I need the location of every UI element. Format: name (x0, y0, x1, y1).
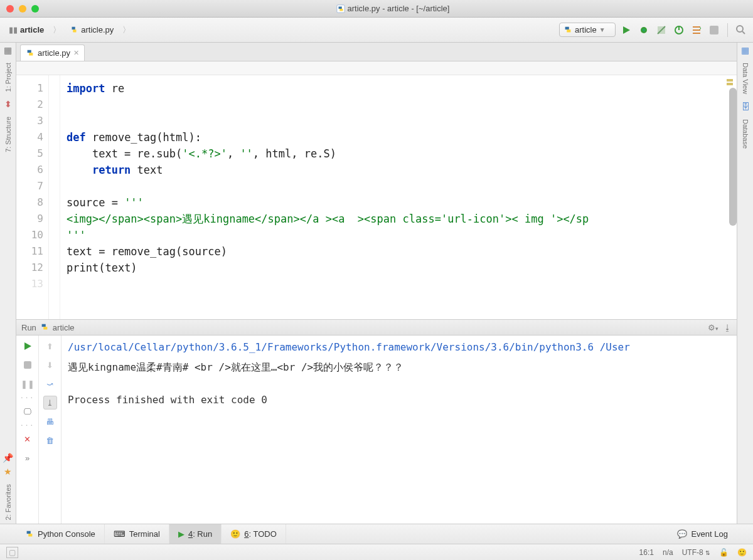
coverage-button[interactable] (654, 23, 668, 37)
left-tool-strip: ▦ 1: Project ⬍ 7: Structure 📌 ★ 2: Favor… (0, 43, 16, 524)
scroll-end-button[interactable]: ⤓ (43, 396, 57, 409)
folder-icon: ▮▮ (9, 25, 18, 34)
structure-icon: ⬍ (4, 99, 12, 109)
run-tab[interactable]: ▶ 4: Run (169, 524, 222, 544)
console-line: 遇见kingname温柔#青南# <br />就在这里…<br />我的小侯爷呢… (68, 359, 730, 376)
profile-button[interactable] (672, 23, 686, 37)
python-icon (25, 530, 34, 539)
python-file-icon (336, 4, 345, 13)
toolbar: ▮▮ article article.py article ▼ (0, 18, 753, 43)
stop-run-button[interactable] (21, 358, 35, 372)
run-config-label: article (575, 25, 597, 34)
table-icon: ▦ (741, 45, 749, 55)
settings-icon[interactable]: ⚙︎▾ (708, 323, 718, 332)
right-tool-strip: ▦ Data View 🗄 Database (737, 43, 753, 524)
favorites-tool-button[interactable]: 2: Favorites (3, 480, 13, 524)
console-output[interactable]: /usr/local/Cellar/python/3.6.5_1/Framewo… (61, 335, 737, 524)
play-icon: ▶ (178, 529, 184, 539)
breadcrumb-item-file[interactable]: article.py (66, 24, 117, 36)
titlebar: article.py - article - [~/article] (0, 0, 753, 18)
run-config-selector[interactable]: article ▼ (559, 23, 616, 37)
breadcrumb-separator (121, 24, 132, 36)
up-stack-button[interactable]: ⬆ (43, 339, 57, 353)
maximize-window-button[interactable] (31, 5, 39, 13)
todo-tab[interactable]: 🙂 6: TODO (222, 524, 286, 544)
run-panel-config-name: article (53, 323, 75, 332)
database-icon: 🗄 (741, 102, 750, 112)
close-window-button[interactable] (6, 5, 14, 13)
python-file-icon (70, 26, 78, 34)
python-console-tab[interactable]: Python Console (16, 524, 105, 544)
print-button[interactable]: 🖶 (43, 415, 57, 428)
more-button[interactable]: » (21, 451, 35, 465)
pause-button[interactable]: ❚❚ (21, 377, 35, 391)
debug-button[interactable] (637, 23, 651, 37)
editor-tab-article[interactable]: article.py ✕ (20, 45, 85, 61)
line-separator[interactable]: n/a (663, 548, 673, 557)
run-left-toolbar2: ⬆ ⬇ ⤻ ⤓ 🖶 🗑 (39, 335, 61, 524)
exit-button[interactable]: ✕ (21, 432, 35, 446)
line-gutter: 12345678910111213 (16, 75, 49, 319)
tool-windows-button[interactable]: ▢ (6, 547, 18, 558)
console-line: /usr/local/Cellar/python/3.6.5_1/Framewo… (68, 339, 730, 356)
code-editor[interactable]: 12345678910111213 import re def remove_t… (16, 75, 737, 319)
run-button[interactable] (619, 23, 633, 37)
dump-threads-button[interactable]: 🖵 (21, 404, 35, 418)
caret-position[interactable]: 16:1 (639, 548, 654, 557)
bottom-tool-tabs: Python Console ⌨︎ Terminal ▶ 4: Run 🙂 6:… (0, 524, 753, 544)
down-stack-button[interactable]: ⬇ (43, 358, 57, 372)
stop-button[interactable] (707, 23, 721, 37)
concurrency-button[interactable] (690, 23, 703, 37)
status-bar: ▢ 16:1 n/a UTF-8 ⇅ 🔓 🙂 (0, 544, 753, 560)
database-tool-button[interactable]: Database (740, 115, 750, 152)
project-tool-button[interactable]: 1: Project (3, 59, 13, 95)
editor-scrollbar[interactable] (729, 88, 737, 226)
file-encoding[interactable]: UTF-8 ⇅ (682, 548, 710, 557)
editor-tab-label: article.py (38, 48, 70, 58)
data-view-tool-button[interactable]: Data View (740, 59, 750, 98)
run-panel-title: Run (21, 323, 36, 332)
terminal-icon: ⌨︎ (114, 529, 125, 539)
search-everywhere-button[interactable] (734, 23, 748, 37)
python-file-icon (26, 49, 35, 58)
svg-point-5 (737, 26, 743, 32)
project-icon: ▦ (4, 45, 12, 55)
clear-button[interactable]: 🗑 (43, 433, 57, 447)
breadcrumb-item-folder[interactable]: ▮▮ article (5, 24, 48, 36)
console-line: Process finished with exit code 0 (68, 392, 730, 408)
rerun-button[interactable] (21, 339, 35, 353)
python-icon (40, 323, 49, 332)
window-title: article.py - article - [~/article] (348, 4, 450, 13)
run-panel-header: Run article ⚙︎▾ ⭳ (16, 319, 737, 335)
python-icon (563, 26, 572, 34)
breadcrumb-separator (51, 24, 62, 36)
todo-icon: 🙂 (230, 529, 240, 539)
readonly-lock-icon[interactable]: 🔓 (719, 548, 729, 557)
close-tab-icon[interactable]: ✕ (73, 49, 79, 57)
chevron-down-icon: ▼ (599, 26, 606, 33)
pin-icon: 📌 (3, 453, 13, 463)
soft-wrap-button[interactable]: ⤻ (43, 377, 57, 391)
structure-tool-button[interactable]: 7: Structure (3, 113, 13, 156)
event-log-button[interactable]: 💬 Event Log (668, 529, 737, 539)
speech-bubble-icon: 💬 (677, 529, 687, 539)
star-icon: ★ (4, 467, 12, 477)
minimize-window-button[interactable] (19, 5, 26, 13)
terminal-tab[interactable]: ⌨︎ Terminal (105, 524, 169, 544)
editor-tab-bar: article.py ✕ (16, 43, 737, 61)
svg-point-2 (643, 29, 645, 31)
fold-gutter (49, 75, 60, 319)
code-area[interactable]: import re def remove_tag(html): text = r… (60, 75, 737, 319)
export-icon[interactable]: ⭳ (724, 323, 732, 332)
run-panel: ❚❚ • • • 🖵 • • • ✕ » ⬆ ⬇ ⤻ ⤓ 🖶 🗑 /usr/lo… (16, 335, 737, 524)
hector-icon[interactable]: 🙂 (737, 548, 747, 557)
run-left-toolbar: ❚❚ • • • 🖵 • • • ✕ » (16, 335, 39, 524)
